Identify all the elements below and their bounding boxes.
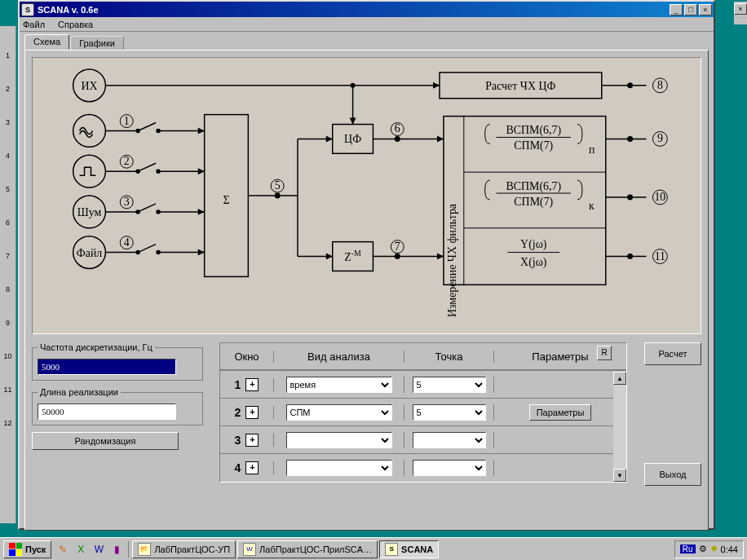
svg-text:9: 9: [657, 132, 663, 144]
task-label: ЛабПрактЦОС-УП: [154, 545, 230, 554]
analysis-table: R Окно Вид анализа Точка Параметры 1 + в…: [219, 342, 627, 483]
minimize-button[interactable]: _: [670, 4, 683, 15]
row-params-button[interactable]: Параметры: [529, 404, 592, 421]
taskbar: Пуск ✎ X W ▮ 📂 ЛабПрактЦОС-УП W ЛабПракт…: [0, 537, 747, 560]
quick-launch: ✎ X W ▮: [55, 541, 129, 558]
svg-line-22: [138, 163, 156, 171]
ql-icon[interactable]: X: [73, 541, 89, 558]
input-sample-rate[interactable]: [38, 359, 176, 375]
analysis-row: 1 + время 5: [220, 371, 626, 399]
signal-flow-diagram: ИХ Шум Файл 1 2 3 4: [32, 57, 701, 334]
exit-button[interactable]: Выход: [644, 463, 701, 486]
svg-marker-69: [437, 254, 444, 260]
system-menu-icon[interactable]: S: [21, 3, 34, 16]
svg-text:6: 6: [395, 122, 400, 134]
task-button[interactable]: W ЛабПрактЦОС-ПрилSCA…: [237, 540, 378, 558]
close-icon[interactable]: ×: [734, 3, 747, 15]
scroll-down-icon[interactable]: ▼: [613, 469, 626, 482]
row-number: 1: [235, 378, 241, 391]
app-icon: S: [385, 543, 398, 556]
svg-text:11: 11: [655, 250, 665, 262]
point-select[interactable]: 5: [413, 377, 486, 393]
expand-button[interactable]: +: [245, 406, 259, 419]
svg-marker-51: [326, 254, 333, 260]
clock[interactable]: 0:44: [721, 545, 738, 554]
menu-help[interactable]: Справка: [58, 20, 93, 29]
input-length[interactable]: [38, 403, 176, 420]
vid-select[interactable]: [286, 432, 392, 448]
expand-button[interactable]: +: [245, 461, 259, 474]
task-label: ЛабПрактЦОС-ПрилSCA…: [259, 545, 372, 554]
task-button[interactable]: 📂 ЛабПрактЦОС-УП: [132, 540, 236, 558]
start-button[interactable]: Пуск: [3, 540, 51, 558]
titlebar[interactable]: S SCANA v. 0.6e _ □ ×: [20, 2, 714, 17]
language-indicator[interactable]: Ru: [680, 545, 696, 553]
reset-button[interactable]: R: [597, 346, 612, 360]
group-sample-rate: Частота дискретизации, Гц: [32, 342, 203, 381]
menubar: Файл Справка: [20, 17, 714, 32]
windows-icon: [9, 543, 22, 556]
svg-line-32: [138, 245, 156, 253]
svg-marker-37: [198, 168, 205, 174]
svg-text:3: 3: [124, 196, 130, 208]
tray-icon[interactable]: ⚙: [699, 544, 707, 554]
point-select[interactable]: [413, 460, 486, 476]
svg-text:ИХ: ИХ: [81, 80, 97, 92]
analysis-scrollbar[interactable]: ▲ ▼: [613, 372, 626, 482]
ql-icon[interactable]: ▮: [108, 541, 125, 558]
expand-button[interactable]: +: [245, 434, 259, 447]
tab-schema[interactable]: Схема: [24, 34, 69, 50]
point-select[interactable]: [413, 432, 486, 448]
row-number: 3: [235, 434, 241, 447]
tray-icon[interactable]: ✸: [710, 544, 718, 554]
randomize-button[interactable]: Рандомизация: [32, 432, 179, 450]
menu-file[interactable]: Файл: [23, 20, 45, 29]
svg-point-33: [136, 251, 139, 254]
svg-point-94: [627, 136, 633, 142]
svg-marker-72: [433, 82, 440, 89]
svg-line-27: [138, 204, 156, 212]
scroll-up-icon[interactable]: ▲: [613, 372, 626, 385]
expand-button[interactable]: +: [245, 378, 259, 391]
svg-point-28: [136, 210, 139, 214]
background-word-close: ×: [734, 2, 747, 24]
svg-point-74: [627, 82, 633, 88]
left-params: Частота дискретизации, Гц Длина реализац…: [32, 342, 203, 450]
svg-marker-39: [198, 249, 205, 256]
analysis-header: Окно Вид анализа Точка Параметры: [220, 343, 626, 371]
window-close-button[interactable]: ×: [699, 4, 712, 15]
row-number: 4: [235, 461, 241, 474]
svg-marker-58: [350, 118, 356, 125]
start-label: Пуск: [25, 545, 46, 554]
svg-line-17: [138, 123, 156, 131]
svg-text:ЦФ: ЦФ: [344, 133, 361, 145]
point-select[interactable]: 5: [413, 404, 486, 421]
svg-point-18: [136, 129, 139, 132]
svg-text:7: 7: [395, 240, 400, 253]
diagram-svg: ИХ Шум Файл 1 2 3 4: [33, 58, 701, 333]
svg-text:ВСПМ(6,7): ВСПМ(6,7): [506, 124, 561, 137]
tabstrip: Схема Графики: [24, 34, 714, 50]
vid-select[interactable]: СПМ: [286, 404, 392, 421]
analysis-row: 4 +: [220, 454, 626, 482]
col-pt: Точка: [404, 351, 494, 363]
maximize-button[interactable]: □: [684, 4, 697, 15]
group-length: Длина реализации: [32, 387, 203, 426]
svg-point-61: [395, 136, 400, 142]
svg-text:10: 10: [654, 191, 665, 203]
svg-text:к: к: [589, 200, 595, 212]
svg-point-66: [395, 254, 400, 259]
svg-text:ВСПМ(6,7): ВСПМ(6,7): [506, 180, 561, 193]
vid-select[interactable]: [286, 460, 392, 476]
ql-icon[interactable]: W: [91, 541, 107, 558]
svg-text:5: 5: [275, 179, 281, 192]
tab-body: ИХ Шум Файл 1 2 3 4: [24, 50, 709, 531]
ql-icon[interactable]: ✎: [55, 541, 71, 558]
vid-select[interactable]: время: [286, 377, 392, 393]
label-sample-rate: Частота дискретизации, Гц: [38, 342, 155, 352]
calculate-button[interactable]: Расчет: [644, 342, 701, 365]
app-window: S SCANA v. 0.6e _ □ × Файл Справка Схема…: [18, 0, 715, 530]
svg-text:1: 1: [124, 115, 130, 127]
task-button[interactable]: S SCANA: [379, 540, 439, 558]
svg-text:СПМ(7): СПМ(7): [514, 139, 553, 152]
